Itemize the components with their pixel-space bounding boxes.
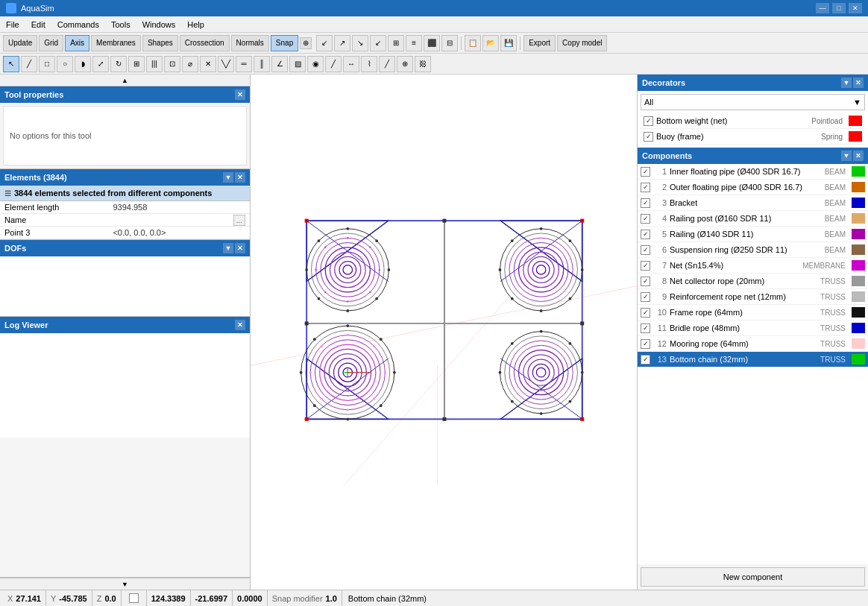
comp-checkbox-13[interactable] [641,355,650,364]
components-close[interactable]: ✕ [853,151,864,161]
rect-tool[interactable]: □ [39,56,55,72]
comp-checkbox-8[interactable] [641,277,650,286]
component-row-4[interactable]: 4 Railing post (Ø160 SDR 11) BEAM [638,211,868,227]
tool-props-close[interactable]: ✕ [235,89,245,100]
component-row-7[interactable]: 7 Net (Sn15.4%) MEMBRANE [638,258,868,274]
menu-commands[interactable]: Commands [51,16,105,33]
component-row-5[interactable]: 5 Railing (Ø140 SDR 11) BEAM [638,227,868,242]
status-checkbox[interactable] [129,593,139,603]
offset-tool[interactable]: ⌀ [182,56,198,72]
measure-tool[interactable]: ╱ [379,56,395,72]
minimize-button[interactable]: — [816,3,829,13]
menu-file[interactable]: File [0,16,25,33]
dimension-tool[interactable]: ↔ [343,56,359,72]
comp-checkbox-11[interactable] [641,323,650,333]
grid-button[interactable]: Grid [39,35,63,51]
export-button[interactable]: Export [523,35,556,51]
components-expand[interactable]: ▼ [841,151,852,161]
close-button[interactable]: ✕ [849,3,862,13]
menu-edit[interactable]: Edit [25,16,51,33]
snap-icon-button[interactable]: ⊕ [300,37,312,49]
chain-tool[interactable]: ⛓ [415,56,431,72]
line-tool[interactable]: ╱ [21,56,37,72]
extend-tool[interactable]: ⊡ [164,56,180,72]
axis-button[interactable]: Axis [65,35,89,51]
scroll-down-arrow[interactable]: ▼ [0,578,250,590]
shapes-button[interactable]: Shapes [142,35,178,51]
comp-checkbox-2[interactable] [641,183,650,192]
vert-tool[interactable]: ║ [254,56,270,72]
elem-more-btn[interactable]: ... [233,215,245,226]
membranes-button[interactable]: Membranes [91,35,141,51]
comp-checkbox-1[interactable] [641,167,650,177]
crossection-button[interactable]: Crossection [180,35,230,51]
normals-button[interactable]: Normals [231,35,269,51]
icon-btn-4[interactable]: ↙ [370,35,386,51]
arc-tool[interactable]: ◗ [75,56,91,72]
trim-tool[interactable]: ||| [146,56,163,72]
decorator-checkbox-1[interactable] [644,116,653,126]
comp-checkbox-9[interactable] [641,292,650,302]
icon-btn-2[interactable]: ↗ [334,35,350,51]
icon-btn-10[interactable]: 📂 [482,35,499,51]
component-row-12[interactable]: 12 Mooring rope (64mm) TRUSS [638,336,868,352]
icon-btn-3[interactable]: ↘ [352,35,368,51]
move-tool[interactable]: ⤢ [92,56,109,72]
component-row-1[interactable]: 1 Inner floating pipe (Ø400 SDR 16.7) BE… [638,164,868,180]
menu-windows[interactable]: Windows [136,16,182,33]
component-row-13[interactable]: 13 Bottom chain (32mm) TRUSS [638,352,868,367]
component-row-8[interactable]: 8 Net collector rope (20mm) TRUSS [638,274,868,289]
log-close[interactable]: ✕ [235,320,245,330]
rotate-tool[interactable]: ↻ [110,56,127,72]
elements-expand[interactable]: ▼ [223,172,233,183]
comp-checkbox-4[interactable] [641,214,650,224]
component-row-11[interactable]: 11 Bridle rope (48mm) TRUSS [638,321,868,336]
snap-on-tool[interactable]: ⊕ [397,56,413,72]
elements-close[interactable]: ✕ [235,172,245,183]
decorators-filter-dropdown[interactable]: All ▼ [641,94,865,110]
node-tool[interactable]: ╱ [325,56,342,72]
component-row-10[interactable]: 10 Frame rope (64mm) TRUSS [638,305,868,321]
icon-btn-1[interactable]: ↙ [316,35,333,51]
decorators-expand[interactable]: ▼ [841,78,852,88]
scroll-up-arrow[interactable]: ▲ [0,75,250,86]
mirror-tool[interactable]: ⊞ [128,56,145,72]
horiz-tool[interactable]: ═ [236,56,252,72]
fill-tool[interactable]: ▨ [289,56,306,72]
select-tool[interactable]: ↖ [3,56,19,72]
snap-button[interactable]: Snap [271,35,298,51]
copy-model-button[interactable]: Copy model [557,35,607,51]
decorator-checkbox-2[interactable] [644,132,653,142]
component-row-6[interactable]: 6 Suspension ring (Ø250 SDR 11) BEAM [638,242,868,258]
icon-btn-9[interactable]: 📋 [465,35,481,51]
maximize-button[interactable]: □ [832,3,846,13]
comp-checkbox-12[interactable] [641,339,650,349]
component-row-2[interactable]: 2 Outer floating pipe (Ø400 SDR 16.7) BE… [638,180,868,195]
circle-tool[interactable]: ○ [57,56,73,72]
comp-checkbox-10[interactable] [641,308,650,318]
component-row-3[interactable]: 3 Bracket BEAM [638,195,868,211]
point-tool[interactable]: ◉ [307,56,324,72]
component-row-9[interactable]: 9 Reinforcement rope net (12mm) TRUSS [638,289,868,305]
viewport-canvas[interactable] [251,75,637,590]
icon-btn-6[interactable]: ≡ [406,35,422,51]
angle-tool[interactable]: ∠ [271,56,288,72]
icon-btn-5[interactable]: ⊞ [388,35,404,51]
icon-btn-8[interactable]: ⊟ [441,35,458,51]
decorators-close[interactable]: ✕ [853,78,864,88]
comp-checkbox-7[interactable] [641,261,650,271]
menu-tools[interactable]: Tools [105,16,136,33]
new-component-button[interactable]: New component [641,567,865,587]
canvas-area[interactable] [251,75,637,590]
dofs-expand[interactable]: ▼ [223,243,233,253]
menu-help[interactable]: Help [181,16,210,33]
split-tool[interactable]: ✕ [200,56,216,72]
update-button[interactable]: Update [3,35,37,51]
comp-checkbox-5[interactable] [641,230,650,239]
join-tool[interactable]: ╲╱ [218,56,234,72]
comp-checkbox-6[interactable] [641,245,650,255]
comp-checkbox-3[interactable] [641,198,650,208]
icon-btn-7[interactable]: ⬛ [424,35,440,51]
dofs-close[interactable]: ✕ [235,243,245,253]
icon-btn-11[interactable]: 💾 [500,35,517,51]
